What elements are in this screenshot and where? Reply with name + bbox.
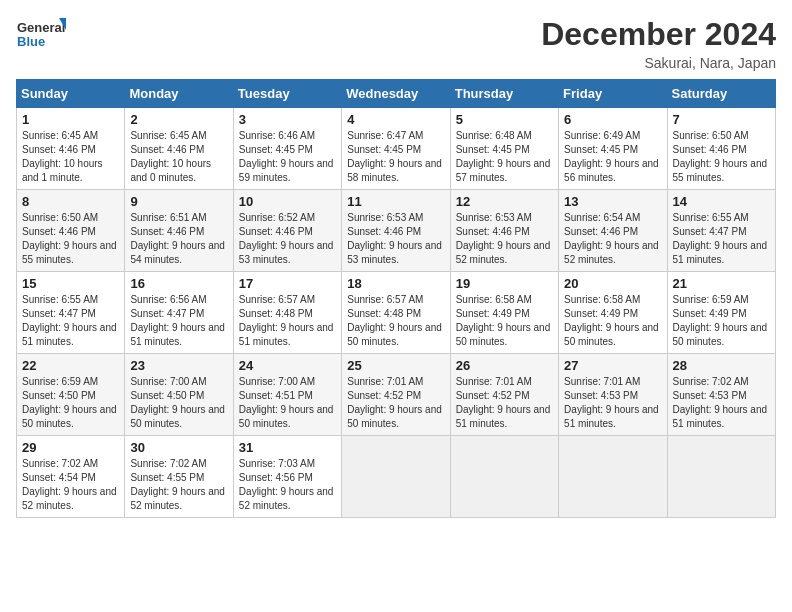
day-info: Sunrise: 6:52 AMSunset: 4:46 PMDaylight:… <box>239 211 336 267</box>
day-info: Sunrise: 6:57 AMSunset: 4:48 PMDaylight:… <box>347 293 444 349</box>
calendar-cell: 16Sunrise: 6:56 AMSunset: 4:47 PMDayligh… <box>125 272 233 354</box>
title-area: December 2024 Sakurai, Nara, Japan <box>541 16 776 71</box>
day-info: Sunrise: 6:53 AMSunset: 4:46 PMDaylight:… <box>347 211 444 267</box>
calendar-cell: 17Sunrise: 6:57 AMSunset: 4:48 PMDayligh… <box>233 272 341 354</box>
day-number: 11 <box>347 194 444 209</box>
logo: General Blue <box>16 16 66 56</box>
day-info: Sunrise: 7:00 AMSunset: 4:50 PMDaylight:… <box>130 375 227 431</box>
calendar-cell: 27Sunrise: 7:01 AMSunset: 4:53 PMDayligh… <box>559 354 667 436</box>
day-info: Sunrise: 7:02 AMSunset: 4:53 PMDaylight:… <box>673 375 770 431</box>
day-info: Sunrise: 6:59 AMSunset: 4:49 PMDaylight:… <box>673 293 770 349</box>
calendar-cell: 21Sunrise: 6:59 AMSunset: 4:49 PMDayligh… <box>667 272 775 354</box>
calendar-cell: 19Sunrise: 6:58 AMSunset: 4:49 PMDayligh… <box>450 272 558 354</box>
calendar-cell <box>667 436 775 518</box>
calendar-week-row: 15Sunrise: 6:55 AMSunset: 4:47 PMDayligh… <box>17 272 776 354</box>
day-number: 19 <box>456 276 553 291</box>
day-info: Sunrise: 6:49 AMSunset: 4:45 PMDaylight:… <box>564 129 661 185</box>
day-number: 9 <box>130 194 227 209</box>
day-info: Sunrise: 6:51 AMSunset: 4:46 PMDaylight:… <box>130 211 227 267</box>
day-info: Sunrise: 6:54 AMSunset: 4:46 PMDaylight:… <box>564 211 661 267</box>
calendar-cell <box>450 436 558 518</box>
weekday-header-sunday: Sunday <box>17 80 125 108</box>
calendar-cell: 1Sunrise: 6:45 AMSunset: 4:46 PMDaylight… <box>17 108 125 190</box>
day-info: Sunrise: 6:46 AMSunset: 4:45 PMDaylight:… <box>239 129 336 185</box>
day-number: 5 <box>456 112 553 127</box>
calendar-cell: 31Sunrise: 7:03 AMSunset: 4:56 PMDayligh… <box>233 436 341 518</box>
day-number: 21 <box>673 276 770 291</box>
calendar-week-row: 29Sunrise: 7:02 AMSunset: 4:54 PMDayligh… <box>17 436 776 518</box>
calendar-cell: 26Sunrise: 7:01 AMSunset: 4:52 PMDayligh… <box>450 354 558 436</box>
weekday-header-thursday: Thursday <box>450 80 558 108</box>
day-info: Sunrise: 6:57 AMSunset: 4:48 PMDaylight:… <box>239 293 336 349</box>
day-number: 15 <box>22 276 119 291</box>
day-info: Sunrise: 7:01 AMSunset: 4:53 PMDaylight:… <box>564 375 661 431</box>
day-number: 13 <box>564 194 661 209</box>
calendar-cell: 30Sunrise: 7:02 AMSunset: 4:55 PMDayligh… <box>125 436 233 518</box>
calendar-cell: 25Sunrise: 7:01 AMSunset: 4:52 PMDayligh… <box>342 354 450 436</box>
calendar-cell: 2Sunrise: 6:45 AMSunset: 4:46 PMDaylight… <box>125 108 233 190</box>
calendar-cell: 24Sunrise: 7:00 AMSunset: 4:51 PMDayligh… <box>233 354 341 436</box>
calendar-subtitle: Sakurai, Nara, Japan <box>541 55 776 71</box>
day-number: 1 <box>22 112 119 127</box>
day-number: 12 <box>456 194 553 209</box>
day-number: 17 <box>239 276 336 291</box>
day-number: 25 <box>347 358 444 373</box>
calendar-cell: 14Sunrise: 6:55 AMSunset: 4:47 PMDayligh… <box>667 190 775 272</box>
day-info: Sunrise: 6:47 AMSunset: 4:45 PMDaylight:… <box>347 129 444 185</box>
calendar-week-row: 22Sunrise: 6:59 AMSunset: 4:50 PMDayligh… <box>17 354 776 436</box>
day-number: 3 <box>239 112 336 127</box>
day-number: 31 <box>239 440 336 455</box>
day-number: 7 <box>673 112 770 127</box>
day-number: 18 <box>347 276 444 291</box>
weekday-header-friday: Friday <box>559 80 667 108</box>
day-info: Sunrise: 7:02 AMSunset: 4:55 PMDaylight:… <box>130 457 227 513</box>
calendar-cell: 13Sunrise: 6:54 AMSunset: 4:46 PMDayligh… <box>559 190 667 272</box>
day-number: 2 <box>130 112 227 127</box>
calendar-cell: 12Sunrise: 6:53 AMSunset: 4:46 PMDayligh… <box>450 190 558 272</box>
logo-svg: General Blue <box>16 16 66 56</box>
weekday-header-tuesday: Tuesday <box>233 80 341 108</box>
calendar-cell: 29Sunrise: 7:02 AMSunset: 4:54 PMDayligh… <box>17 436 125 518</box>
calendar-cell: 22Sunrise: 6:59 AMSunset: 4:50 PMDayligh… <box>17 354 125 436</box>
day-info: Sunrise: 7:01 AMSunset: 4:52 PMDaylight:… <box>347 375 444 431</box>
calendar-cell: 4Sunrise: 6:47 AMSunset: 4:45 PMDaylight… <box>342 108 450 190</box>
header: General Blue December 2024 Sakurai, Nara… <box>16 16 776 71</box>
day-info: Sunrise: 6:45 AMSunset: 4:46 PMDaylight:… <box>22 129 119 185</box>
day-info: Sunrise: 7:02 AMSunset: 4:54 PMDaylight:… <box>22 457 119 513</box>
day-info: Sunrise: 6:55 AMSunset: 4:47 PMDaylight:… <box>673 211 770 267</box>
day-number: 24 <box>239 358 336 373</box>
day-number: 4 <box>347 112 444 127</box>
calendar-cell: 18Sunrise: 6:57 AMSunset: 4:48 PMDayligh… <box>342 272 450 354</box>
day-info: Sunrise: 6:58 AMSunset: 4:49 PMDaylight:… <box>456 293 553 349</box>
day-info: Sunrise: 6:45 AMSunset: 4:46 PMDaylight:… <box>130 129 227 185</box>
day-info: Sunrise: 6:50 AMSunset: 4:46 PMDaylight:… <box>22 211 119 267</box>
calendar-cell: 28Sunrise: 7:02 AMSunset: 4:53 PMDayligh… <box>667 354 775 436</box>
day-number: 14 <box>673 194 770 209</box>
weekday-header-monday: Monday <box>125 80 233 108</box>
calendar-cell: 6Sunrise: 6:49 AMSunset: 4:45 PMDaylight… <box>559 108 667 190</box>
day-number: 20 <box>564 276 661 291</box>
calendar-table: SundayMondayTuesdayWednesdayThursdayFrid… <box>16 79 776 518</box>
day-info: Sunrise: 6:50 AMSunset: 4:46 PMDaylight:… <box>673 129 770 185</box>
day-number: 29 <box>22 440 119 455</box>
calendar-cell: 9Sunrise: 6:51 AMSunset: 4:46 PMDaylight… <box>125 190 233 272</box>
day-info: Sunrise: 6:55 AMSunset: 4:47 PMDaylight:… <box>22 293 119 349</box>
calendar-cell: 7Sunrise: 6:50 AMSunset: 4:46 PMDaylight… <box>667 108 775 190</box>
day-number: 27 <box>564 358 661 373</box>
calendar-title: December 2024 <box>541 16 776 53</box>
svg-text:Blue: Blue <box>17 34 45 49</box>
svg-text:General: General <box>17 20 65 35</box>
day-info: Sunrise: 6:53 AMSunset: 4:46 PMDaylight:… <box>456 211 553 267</box>
calendar-week-row: 1Sunrise: 6:45 AMSunset: 4:46 PMDaylight… <box>17 108 776 190</box>
day-info: Sunrise: 6:58 AMSunset: 4:49 PMDaylight:… <box>564 293 661 349</box>
calendar-cell <box>342 436 450 518</box>
weekday-header-saturday: Saturday <box>667 80 775 108</box>
day-info: Sunrise: 7:00 AMSunset: 4:51 PMDaylight:… <box>239 375 336 431</box>
calendar-cell: 3Sunrise: 6:46 AMSunset: 4:45 PMDaylight… <box>233 108 341 190</box>
day-number: 26 <box>456 358 553 373</box>
day-info: Sunrise: 6:56 AMSunset: 4:47 PMDaylight:… <box>130 293 227 349</box>
calendar-cell <box>559 436 667 518</box>
calendar-cell: 23Sunrise: 7:00 AMSunset: 4:50 PMDayligh… <box>125 354 233 436</box>
calendar-cell: 10Sunrise: 6:52 AMSunset: 4:46 PMDayligh… <box>233 190 341 272</box>
day-number: 28 <box>673 358 770 373</box>
